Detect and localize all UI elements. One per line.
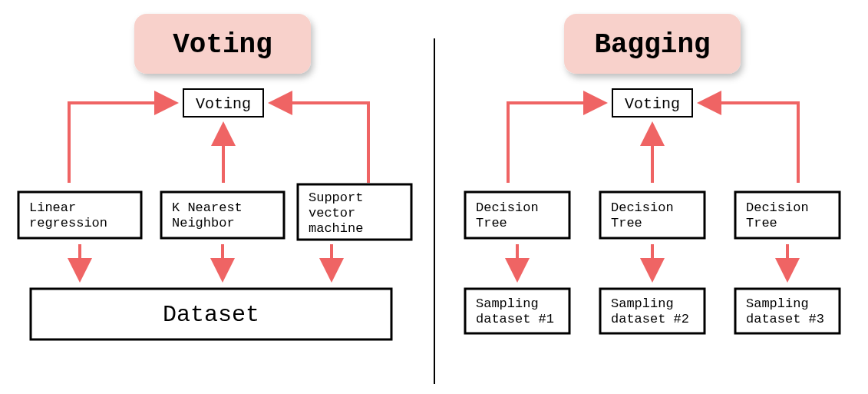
bagging-panel: Bagging Voting DecisionTree DecisionTree…	[465, 14, 840, 333]
model-decision-tree-3: DecisionTree	[735, 192, 840, 238]
voting-title: Voting	[173, 29, 272, 61]
sampling-dataset-1: Samplingdataset #1	[465, 289, 569, 333]
svg-rect-14	[600, 289, 705, 333]
model-linear-regression: Linearregression	[18, 192, 141, 238]
arrow-right-to-voting	[274, 103, 368, 183]
svg-text:Supportvectormachine: Supportvectormachine	[309, 190, 363, 236]
svg-rect-8	[600, 192, 705, 238]
svg-rect-10	[735, 192, 840, 238]
svg-rect-2	[161, 192, 284, 238]
svg-rect-6	[465, 192, 569, 238]
sampling-dataset-2: Samplingdataset #2	[600, 289, 705, 333]
model-knn: K NearestNeighbor	[161, 192, 284, 238]
arrow-left-to-voting	[69, 103, 173, 183]
svg-rect-0	[18, 192, 141, 238]
voting-panel: Voting Voting Linearregression K Nearest…	[18, 14, 411, 339]
voting-aggregator-label: Voting	[196, 95, 251, 113]
bagging-title: Bagging	[594, 29, 710, 61]
model-svm: Supportvectormachine	[298, 184, 411, 240]
bagging-aggregator-label: Voting	[625, 95, 680, 113]
svg-rect-12	[465, 289, 569, 333]
model-decision-tree-2: DecisionTree	[600, 192, 705, 238]
arrow-dt1-to-voting	[508, 103, 602, 183]
svg-text:K NearestNeighbor: K NearestNeighbor	[172, 200, 243, 230]
dataset-label: Dataset	[163, 302, 259, 328]
sampling-dataset-3: Samplingdataset #3	[735, 289, 840, 333]
diagram-canvas: Voting Voting Linearregression K Nearest…	[0, 0, 868, 394]
svg-rect-16	[735, 289, 840, 333]
arrow-dt3-to-voting	[703, 103, 798, 183]
model-decision-tree-1: DecisionTree	[465, 192, 569, 238]
